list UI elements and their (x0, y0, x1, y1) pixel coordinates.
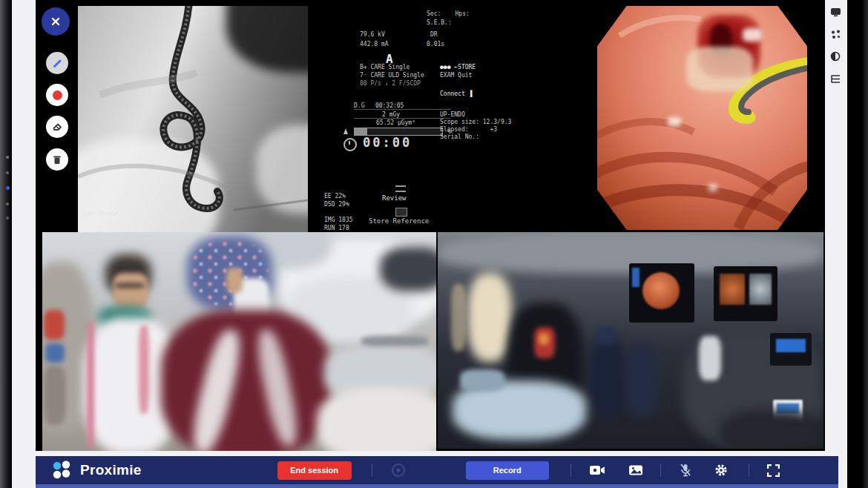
review-icon (395, 185, 406, 192)
bar-divider (571, 464, 571, 477)
store-reference-icon (395, 208, 407, 217)
or1-bed-sheet (317, 388, 436, 451)
eraser-icon (51, 121, 63, 133)
connect-indicator: Connect ▐ (440, 90, 472, 98)
bar-divider (372, 464, 372, 477)
or1-surgeon-skin (226, 268, 243, 293)
eraser-button[interactable] (46, 116, 68, 138)
pen-icon (52, 58, 63, 69)
specular-highlight (668, 117, 681, 126)
contrast-icon[interactable] (829, 50, 842, 62)
brand-lockup: Proximie (49, 458, 142, 482)
or1-red-bin (44, 310, 65, 340)
endo-info-line: Elapsed: +3 (440, 126, 497, 133)
or2-cart-monitor-screen (776, 339, 806, 352)
dimmed-edge-dot (6, 217, 9, 220)
or2-floor-cables (720, 410, 823, 449)
endo-info-line: Scope size: 12.3/9.3 (440, 119, 511, 126)
or1-blue-bin (45, 343, 65, 363)
care-line-2: 7· CARE ULD Single (360, 72, 424, 79)
or1-apron-pink-trim (87, 321, 94, 447)
device-bezel-right (847, 0, 868, 488)
endoscopy-camera-feed[interactable] (597, 6, 807, 230)
kv-value: 79.6 kV (360, 31, 385, 39)
record-button[interactable]: Record (466, 461, 549, 480)
ma-time: 0.01s (427, 41, 444, 48)
or2-staff-silhouette (590, 336, 625, 418)
panel-divider-line (354, 118, 450, 119)
stat-img: IMG 1835 (324, 217, 353, 224)
exam-quit: EXAM Quit (440, 72, 472, 79)
fullscreen-icon[interactable] (764, 461, 783, 480)
share-dots-icon[interactable] (829, 28, 842, 40)
or2-red-screen-content (539, 333, 549, 345)
store-reference-label[interactable]: Store Reference (369, 217, 429, 225)
display-icon[interactable] (829, 6, 842, 18)
dose-progress-fill (355, 128, 367, 135)
or1-bed-rail (361, 336, 428, 346)
settings-gear-icon[interactable] (711, 461, 731, 480)
endo-info-line: Serial No.: (440, 133, 479, 141)
stat-run: RUN 178 (324, 225, 349, 232)
dimmed-edge-dot (6, 156, 9, 159)
stat-ee: EE 22% (324, 193, 346, 200)
or2-door-frame (451, 284, 466, 351)
bar-bottom-strip (36, 484, 838, 488)
panel-header-line: Sec: Hps: (427, 10, 470, 18)
xray-overlay-text: CARE Single pw 43 F 6 0.638 LAO 180° 15° (83, 197, 121, 232)
fluoroscopy-xray-feed[interactable]: CARE Single pw 43 F 6 0.638 LAO 180° 15° (78, 6, 308, 232)
or2-cart-monitor (770, 333, 812, 366)
xray-overlay-line: CARE Single (83, 211, 121, 217)
tissue-highlight (686, 47, 753, 91)
dimmed-edge-dot-blue (6, 186, 10, 190)
or2-monitor1-sidebar (632, 268, 640, 287)
dimmed-edge-dot (6, 171, 9, 174)
dimmed-edge-dot (6, 202, 9, 205)
or2-monitor2-image-a (720, 274, 745, 305)
device-bezel-left (0, 0, 12, 488)
ma-value: 442.8 mA (360, 41, 389, 48)
session-control-bar: Proximie End session Record (36, 456, 838, 484)
mic-off-icon[interactable] (676, 461, 695, 480)
draw-pen-button[interactable] (46, 52, 68, 74)
stopwatch-icon (343, 138, 357, 151)
review-label[interactable]: Review (382, 194, 407, 202)
close-annotations-button[interactable] (42, 7, 70, 36)
kv-mode: DR (430, 31, 438, 39)
or1-supply-rack (44, 366, 66, 425)
or1-surgeon-gown (161, 310, 332, 451)
end-session-button[interactable]: End session (277, 461, 352, 480)
pointer-circle-icon[interactable] (389, 461, 408, 480)
bar-divider (660, 464, 661, 477)
list-icon[interactable] (829, 73, 842, 85)
or2-staff-head (596, 327, 616, 345)
or2-wall-monitor-2 (714, 266, 777, 321)
dose-marker-icon (343, 128, 348, 134)
care-line-1: B+ CARE Single (360, 64, 410, 71)
record-annotation-button[interactable] (46, 84, 68, 106)
screenshot-image-icon[interactable] (626, 461, 645, 480)
specular-highlight (708, 184, 717, 191)
bar-divider (749, 464, 749, 477)
stat-dsd: DSD 29% (324, 201, 349, 208)
elapsed-timer: 00:00 (363, 135, 412, 150)
system-status-panel: Sec: Hps: S.E.B.: 79.6 kV DR 442.8 mA 0.… (308, 0, 597, 232)
dose-area-product: 65.52 μGym² (376, 119, 415, 127)
or2-monitor2-image-b (749, 274, 772, 305)
operating-room-feed-1[interactable] (42, 232, 436, 451)
or1-apron-pink-trim (139, 325, 149, 414)
store-indicator: ●●● ←STORE (440, 64, 476, 71)
annotation-toolbar (39, 0, 77, 178)
or2-staff-silhouette (627, 343, 657, 418)
video-camera-icon[interactable] (588, 461, 607, 480)
operating-room-feed-2[interactable] (438, 232, 823, 449)
or2-monitor1-endo-image (642, 272, 680, 309)
trash-icon (52, 154, 62, 165)
or1-wall-monitor (380, 247, 436, 291)
delete-annotations-button[interactable] (46, 148, 68, 171)
pulse-rate-line: 80 P/s ↓ 2 F/SCOP (360, 80, 421, 88)
brand-name: Proximie (80, 462, 142, 478)
or1-clinician1-glasses (115, 283, 145, 288)
proximie-session-screen: CARE Single pw 43 F 6 0.638 LAO 180° 15°… (0, 0, 868, 488)
proximie-logo-icon (49, 458, 74, 482)
